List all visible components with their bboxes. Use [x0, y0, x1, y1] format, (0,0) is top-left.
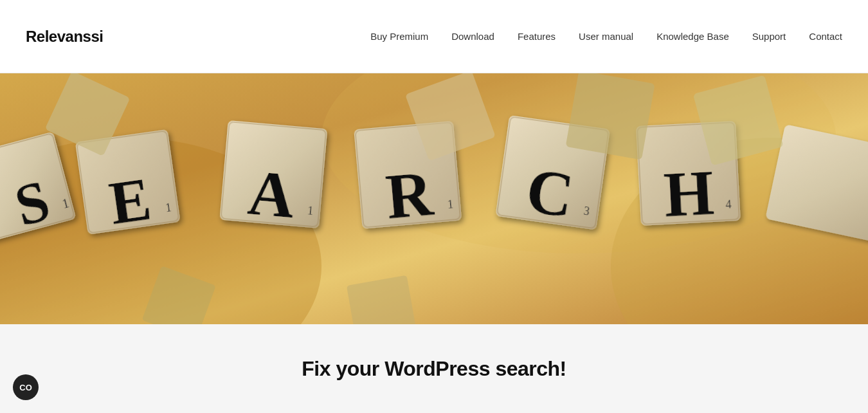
nav-item-download[interactable]: Download [451, 31, 494, 42]
svg-text:C: C [522, 154, 578, 232]
svg-text:A: A [245, 156, 298, 232]
hero-image: S 1 E 1 A 1 R 1 C 3 [0, 73, 868, 324]
site-header: Relevanssi Buy Premium Download Features… [0, 0, 868, 73]
svg-text:H: H [662, 156, 716, 230]
nav-item-buy-premium[interactable]: Buy Premium [370, 31, 428, 42]
nav-item-user-manual[interactable]: User manual [579, 31, 633, 42]
svg-text:4: 4 [725, 197, 732, 210]
nav-item-features[interactable]: Features [518, 31, 556, 42]
main-headline: Fix your WordPress search! [302, 357, 566, 381]
hero-svg: S 1 E 1 A 1 R 1 C 3 [0, 73, 868, 324]
main-nav: Buy Premium Download Features User manua… [370, 31, 842, 42]
content-section: Fix your WordPress search! [0, 324, 868, 413]
svg-text:R: R [383, 157, 437, 232]
site-logo[interactable]: Relevanssi [26, 28, 103, 46]
floating-action-button[interactable]: CO [13, 374, 39, 400]
svg-text:1: 1 [447, 197, 454, 211]
nav-item-knowledge-base[interactable]: Knowledge Base [656, 31, 729, 42]
svg-rect-31 [566, 73, 655, 160]
nav-item-contact[interactable]: Contact [809, 31, 842, 42]
svg-text:1: 1 [307, 204, 314, 217]
nav-item-support[interactable]: Support [752, 31, 786, 42]
